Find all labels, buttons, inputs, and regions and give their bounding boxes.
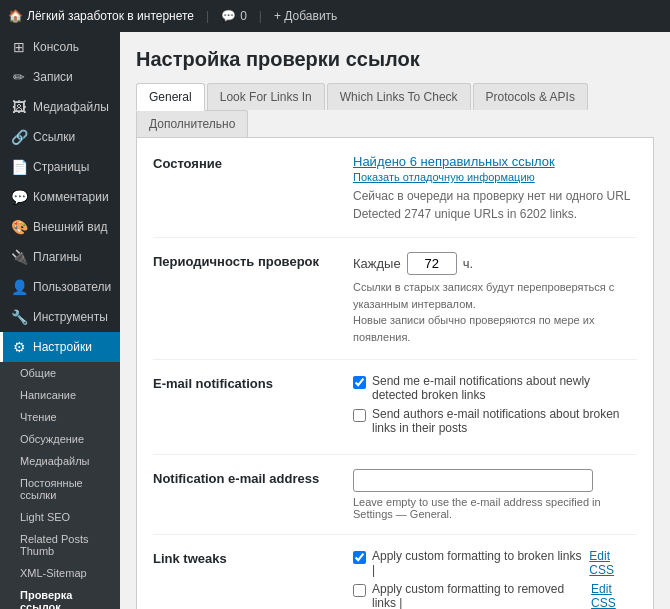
admin-bar-site-name[interactable]: 🏠 Лёгкий заработок в интернете [8,9,194,23]
sidebar-item-users[interactable]: 👤 Пользователи [0,272,120,302]
submenu-writing[interactable]: Написание [0,384,120,406]
notif-email-hint: Leave empty to use the e-mail address sp… [353,496,637,520]
tab-which-links-to-check[interactable]: Which Links To Check [327,83,471,110]
pages-icon: 📄 [11,159,27,175]
sidebar-item-appearance[interactable]: 🎨 Внешний вид [0,212,120,242]
wp-icon: 🏠 [8,9,23,23]
submenu-relatedposts[interactable]: Related Posts Thumb [0,528,120,562]
sidebar-item-plugins[interactable]: 🔌 Плагины [0,242,120,272]
status-line2: Detected 2747 unique URLs in 6202 links. [353,207,577,221]
sidebar-item-media[interactable]: 🖼 Медиафайлы [0,92,120,122]
settings-icon: ⚙ [11,339,27,355]
link-tweaks-label: Link tweaks [153,549,353,566]
tab-general[interactable]: General [136,83,205,111]
email-check2-label: Send authors e-mail notifications about … [372,407,637,435]
form-panel: Состояние Найдено 6 неправильных ссылок … [136,138,654,609]
plugins-icon: 🔌 [11,249,27,265]
link-tweak1-row: Apply custom formatting to broken links … [353,549,637,577]
status-row: Состояние Найдено 6 неправильных ссылок … [153,154,637,238]
tab-protocols-apis[interactable]: Protocols & APIs [473,83,588,110]
status-label: Состояние [153,154,353,171]
notif-email-label: Notification e-mail address [153,469,353,486]
submenu-xmlsitemap[interactable]: XML-Sitemap [0,562,120,584]
admin-bar-comments[interactable]: 💬 0 [221,9,247,23]
link-tweak1-input[interactable] [353,551,366,564]
dashboard-icon: ⊞ [11,39,27,55]
period-prefix: Каждые [353,256,401,271]
email-check2-row: Send authors e-mail notifications about … [353,407,637,435]
link-tweak2-text: Apply custom formatting to removed links… [372,582,585,609]
status-line1: Сейчас в очереди на проверку нет ни одно… [353,189,631,203]
tools-icon: 🔧 [11,309,27,325]
submenu-lightseo[interactable]: Light SEO [0,506,120,528]
admin-bar: 🏠 Лёгкий заработок в интернете | 💬 0 | +… [0,0,670,32]
period-row: Периодичность проверок Каждые ч. Ссылки … [153,252,637,360]
submenu-general[interactable]: Общие [0,362,120,384]
link-tweak2-row: Apply custom formatting to removed links… [353,582,637,609]
edit-css-2-link[interactable]: Edit CSS [591,582,637,609]
email-check1-label: Send me e-mail notifications about newly… [372,374,637,402]
email-check1-row: Send me e-mail notifications about newly… [353,374,637,402]
notif-email-content: Leave empty to use the e-mail address sp… [353,469,637,520]
email-check1-input[interactable] [353,376,366,389]
posts-icon: ✏ [11,69,27,85]
sidebar-item-dashboard[interactable]: ⊞ Консоль [0,32,120,62]
tab-additional[interactable]: Дополнительно [136,110,248,137]
email-check2-input[interactable] [353,409,366,422]
comments-sidebar-icon: 💬 [11,189,27,205]
sidebar-item-links[interactable]: 🔗 Ссылки [0,122,120,152]
period-unit: ч. [463,256,473,271]
users-icon: 👤 [11,279,27,295]
debug-link[interactable]: Показать отладочную информацию [353,171,637,183]
submenu-reading[interactable]: Чтение [0,406,120,428]
sidebar-item-posts[interactable]: ✏ Записи [0,62,120,92]
email-notif-label: E-mail notifications [153,374,353,391]
main-content: Настройка проверки ссылок General Look F… [120,32,670,609]
submenu-linkcheck[interactable]: Проверка ссылок [0,584,120,609]
notif-email-input[interactable] [353,469,593,492]
link-tweak2-input[interactable] [353,584,366,597]
notif-email-row: Notification e-mail address Leave empty … [153,469,637,535]
tabs-container: General Look For Links In Which Links To… [136,83,654,138]
comments-icon: 💬 [221,9,236,23]
broken-links-link[interactable]: Найдено 6 неправильных ссылок [353,154,555,169]
sidebar-item-settings[interactable]: ⚙ Настройки [0,332,120,362]
period-label: Периодичность проверок [153,252,353,269]
admin-bar-add-new[interactable]: + Добавить [274,9,337,23]
submenu-media[interactable]: Медиафайлы [0,450,120,472]
tab-look-for-links-in[interactable]: Look For Links In [207,83,325,110]
sidebar: ⊞ Консоль ✏ Записи 🖼 Медиафайлы 🔗 Ссылки… [0,32,120,609]
status-content: Найдено 6 неправильных ссылок Показать о… [353,154,637,223]
email-notif-content: Send me e-mail notifications about newly… [353,374,637,440]
link-tweak1-text: Apply custom formatting to broken links … [372,549,583,577]
submenu-discussion[interactable]: Обсуждение [0,428,120,450]
email-notif-row: E-mail notifications Send me e-mail noti… [153,374,637,455]
media-icon: 🖼 [11,99,27,115]
settings-submenu: Общие Написание Чтение Обсуждение Медиаф… [0,362,120,609]
sidebar-item-pages[interactable]: 📄 Страницы [0,152,120,182]
link-tweaks-row: Link tweaks Apply custom formatting to b… [153,549,637,609]
period-content: Каждые ч. Ссылки в старых записях будут … [353,252,637,345]
link-tweaks-content: Apply custom formatting to broken links … [353,549,637,609]
page-title: Настройка проверки ссылок [136,48,654,71]
edit-css-1-link[interactable]: Edit CSS [589,549,637,577]
sidebar-item-comments[interactable]: 💬 Комментарии [0,182,120,212]
sidebar-item-tools[interactable]: 🔧 Инструменты [0,302,120,332]
submenu-permalinks[interactable]: Постоянные ссылки [0,472,120,506]
appearance-icon: 🎨 [11,219,27,235]
period-hint: Ссылки в старых записях будут перепровер… [353,279,637,345]
links-icon: 🔗 [11,129,27,145]
period-input[interactable] [407,252,457,275]
